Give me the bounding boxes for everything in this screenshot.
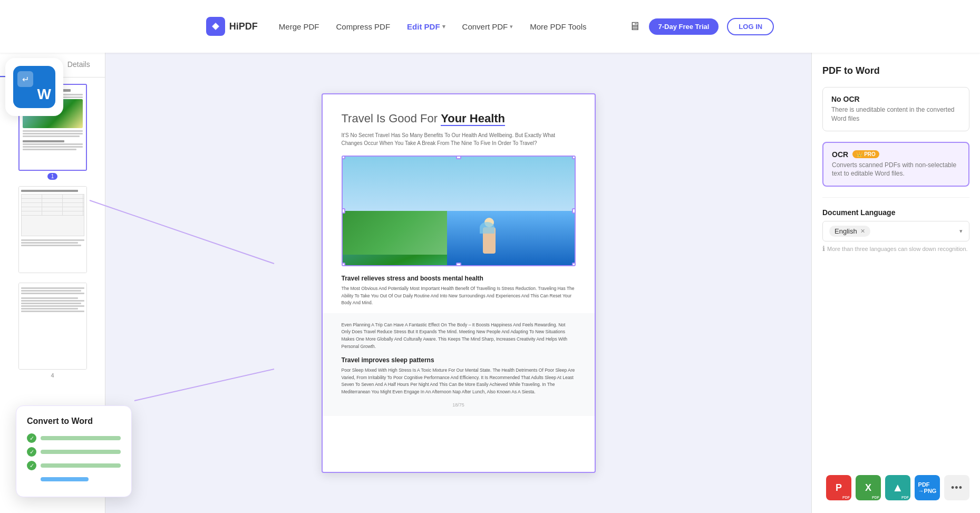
tool-x-letter: X <box>865 482 871 493</box>
pdf-section3-text: Poor Sleep Mixed With High Stress Is A T… <box>342 367 576 395</box>
pdf-page-footer: 18/75 <box>342 402 576 408</box>
pdf-subtitle: It'S No Secret Travel Has So Many Benefi… <box>342 131 576 147</box>
ocr-option-ocr[interactable]: OCR 👑 PRO Converts scanned PDFs with non… <box>822 142 969 187</box>
ocr-title: OCR 👑 PRO <box>832 150 960 159</box>
tool-more-options[interactable]: ••• <box>944 475 969 500</box>
pdf-section1-text: The Most Obvious And Potentially Most Im… <box>342 285 576 307</box>
thumb-page-num-1: 1 <box>47 173 58 180</box>
word-w-icon: W <box>37 86 51 103</box>
convert-row-2: ✓ <box>27 447 121 457</box>
arrow-icon: ↵ <box>17 71 33 87</box>
main-area: Thumbnail Details <box>0 53 980 513</box>
handle-bc[interactable] <box>456 263 461 266</box>
spacer-4 <box>27 475 36 484</box>
pdf-section2-text: Even Planning A Trip Can Have A Fantasti… <box>342 322 576 350</box>
check-icon-3: ✓ <box>27 461 36 470</box>
monitor-icon[interactable]: 🖥 <box>629 20 641 33</box>
logo-icon <box>206 17 225 36</box>
pdf-image-water <box>447 211 575 265</box>
tool-pdf-to-ppt[interactable]: P PDF <box>826 475 851 500</box>
handle-tc[interactable] <box>456 156 461 159</box>
tool-pdf-to-png[interactable]: PDF→PNG <box>915 475 940 500</box>
handle-mr[interactable] <box>572 208 576 214</box>
lang-select-chevron-icon: ▾ <box>959 228 963 235</box>
convert-overlay-title: Convert to Word <box>27 417 121 426</box>
nav-more-tools[interactable]: More PDF Tools <box>530 22 586 31</box>
check-icon-2: ✓ <box>27 447 36 457</box>
lang-tag-english: English ✕ <box>829 226 870 237</box>
tool-pdf-to-excel[interactable]: X PDF <box>856 475 881 500</box>
edit-pdf-chevron-icon: ▾ <box>442 23 445 30</box>
logo-text: HiPDF <box>229 21 258 32</box>
nav-merge-pdf[interactable]: Merge PDF <box>279 22 319 31</box>
convert-row-3: ✓ <box>27 461 121 470</box>
thumbnail-page-2[interactable] <box>18 186 87 276</box>
ocr-option-no-ocr[interactable]: No OCR There is uneditable content in th… <box>822 87 969 131</box>
trial-button[interactable]: 7-Day Free Trial <box>649 18 719 35</box>
tool-p-letter: P <box>836 482 842 493</box>
pdf-section1-title: Travel relieves stress and boosts mental… <box>342 275 576 282</box>
doc-lang-label: Document Language <box>822 208 969 217</box>
pdf-image-box[interactable] <box>342 156 576 266</box>
nav-compress-pdf[interactable]: Compress PDF <box>336 22 391 31</box>
no-ocr-title: No OCR <box>831 95 960 103</box>
nav-right: 🖥 7-Day Free Trial LOG IN <box>629 18 774 35</box>
convert-row-4 <box>27 475 121 484</box>
convert-pdf-chevron-icon: ▾ <box>510 23 513 30</box>
right-panel-title: PDF to Word <box>822 65 969 76</box>
thumb-page-num-4: 4 <box>47 372 57 379</box>
bottom-tools-area: P PDF X PDF ▲ PDF PDF→PNG ••• <box>822 370 969 500</box>
thumb-img-4 <box>18 283 87 370</box>
login-button[interactable]: LOG IN <box>727 18 774 35</box>
pdf-title: Travel Is Good For Your Health <box>342 111 576 127</box>
thumbnail-page-4[interactable]: 4 <box>18 283 87 379</box>
tool-img-icon: ▲ <box>892 481 904 495</box>
language-select[interactable]: English ✕ ▾ <box>822 221 969 241</box>
tool-pdf-to-image[interactable]: ▲ PDF <box>885 475 910 500</box>
handle-tl[interactable] <box>342 156 345 159</box>
info-icon: ℹ <box>822 245 825 253</box>
convert-bar-1 <box>41 436 121 440</box>
pdf-page-bottom: Even Planning A Trip Can Have A Fantasti… <box>323 313 595 416</box>
lang-tag-remove[interactable]: ✕ <box>860 228 865 235</box>
tool-png-label: PDF→PNG <box>918 481 937 494</box>
pdf-title-prefix: Travel Is Good For <box>342 112 441 125</box>
app-icon-area: ↵ W <box>5 58 63 116</box>
pdf-title-highlight: Your Health <box>441 112 505 126</box>
divider <box>822 197 969 198</box>
logo[interactable]: HiPDF <box>206 17 258 36</box>
lang-hint: ℹ More than three languages can slow dow… <box>822 245 969 253</box>
convert-overlay: Convert to Word ✓ ✓ ✓ <box>16 405 132 497</box>
pdf-section3-title: Travel improves sleep patterns <box>342 356 576 364</box>
crown-icon: 👑 <box>856 151 862 157</box>
convert-bar-3 <box>41 463 121 468</box>
word-app-icon: ↵ W <box>13 66 55 108</box>
convert-bar-progress <box>41 477 89 481</box>
ocr-desc: Converts scanned PDFs with non-selectabl… <box>832 161 960 179</box>
nav-convert-pdf[interactable]: Convert PDF ▾ <box>462 22 513 31</box>
nav-edit-pdf[interactable]: Edit PDF ▾ <box>407 22 445 31</box>
bottom-toolbar: P PDF X PDF ▲ PDF PDF→PNG ••• <box>822 475 969 500</box>
handle-tr[interactable] <box>572 156 576 159</box>
check-icon-1: ✓ <box>27 433 36 443</box>
no-ocr-desc: There is uneditable content in the conve… <box>831 105 960 123</box>
svg-point-0 <box>214 24 218 28</box>
center-content: Travel Is Good For Your Health It'S No S… <box>105 53 811 513</box>
convert-bar-2 <box>41 450 121 454</box>
more-dots-icon: ••• <box>951 482 963 493</box>
convert-row-1: ✓ <box>27 433 121 443</box>
thumb-page-num-2 <box>49 275 56 276</box>
doc-language-section: Document Language English ✕ ▾ ℹ More tha… <box>822 208 969 253</box>
handle-ml[interactable] <box>342 208 345 214</box>
thumb-img-2 <box>18 186 87 273</box>
right-panel: PDF to Word No OCR There is uneditable c… <box>811 53 980 513</box>
handle-br[interactable] <box>572 263 576 266</box>
nav-links: Merge PDF Compress PDF Edit PDF ▾ Conver… <box>279 22 587 31</box>
navbar: HiPDF Merge PDF Compress PDF Edit PDF ▾ … <box>0 0 980 53</box>
pdf-page: Travel Is Good For Your Health It'S No S… <box>322 93 596 473</box>
pro-badge: 👑 PRO <box>852 150 879 158</box>
handle-bl[interactable] <box>342 263 345 266</box>
